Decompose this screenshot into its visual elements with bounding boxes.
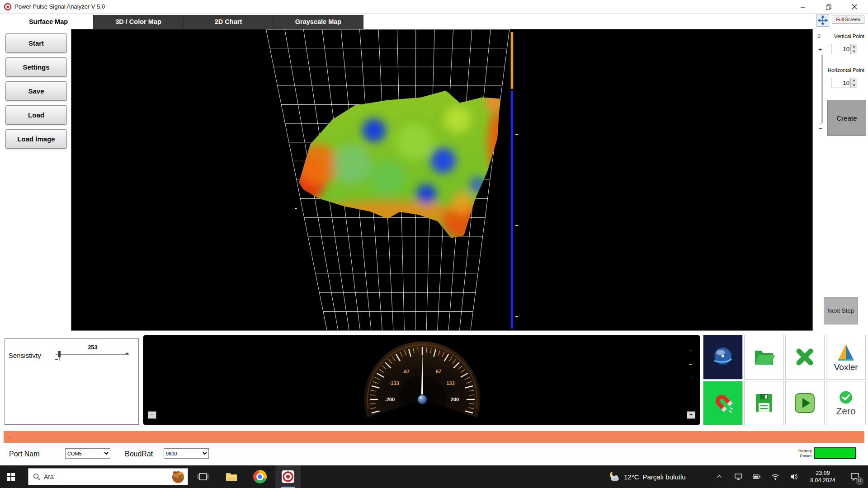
status-bar: -- [4,431,864,443]
spin-down-button[interactable] [851,83,857,88]
settings-button[interactable]: Settings [5,57,67,77]
gauge-hub [418,395,427,404]
minimize-icon [800,4,806,9]
scan-marker-top-segment [511,32,513,89]
task-view-button[interactable] [190,465,216,488]
vertical-point-label: Vertical Point [818,33,864,39]
weather-widget[interactable]: 12°C Parçalı bulutlu [605,465,689,488]
taskbar-search-box[interactable] [28,468,188,485]
scan-marker-line [511,91,513,328]
tab-3d-color-map[interactable]: 3D / Color Map [94,15,184,29]
clock-date: 8.04.2024 [806,477,840,484]
start-button-taskbar[interactable] [0,465,22,488]
chrome-button[interactable] [247,465,273,488]
file-explorer-icon [225,470,238,483]
task-view-icon [198,471,208,482]
tray-battery-button[interactable] [748,465,765,488]
battery-indicator [814,447,856,459]
folder-open-icon [751,344,777,370]
next-step-button[interactable]: Next Step [824,297,858,324]
chevron-up-icon [716,473,723,480]
voxler-tool-button[interactable]: Voxler [826,335,866,380]
panel-dash: − [689,361,692,368]
zoom-slider-track[interactable] [821,55,823,123]
tray-display-button[interactable] [730,465,747,488]
minimize-button[interactable] [790,0,816,14]
close-button[interactable] [841,0,868,14]
load-image-button[interactable]: Load İmage [5,129,67,149]
notification-center-button[interactable]: 11 [844,465,865,488]
tool-grid: Voxler [703,335,866,425]
port-select[interactable]: COM5 [65,448,110,459]
sensitivity-label: Sensistivty [9,352,41,359]
tray-expand-button[interactable] [713,465,725,488]
spin-down-button[interactable] [851,49,857,54]
sensitivity-slider-handle[interactable] [58,351,61,357]
gauge-zoom-out-button[interactable]: − [148,411,156,419]
gauge-zoom-in-button[interactable]: + [687,411,695,419]
spinner-arrows [850,78,857,88]
tray-wifi-button[interactable] [767,465,784,488]
zoom-plus-mark[interactable]: + [818,46,822,53]
port-name-label: Port Nam [9,450,40,458]
zero-label: Zero [836,406,856,417]
tray-volume-button[interactable] [785,465,802,488]
dial-tool-button[interactable] [703,335,743,380]
window-title: Power Pulse Signal Analyzer V 5.0 [14,0,105,14]
voxler-label: Voxler [834,362,858,372]
svg-text:133: 133 [446,380,454,386]
pan-button[interactable] [816,14,829,27]
grid-tick [295,208,297,209]
tab-2d-chart[interactable]: 2D Chart [184,15,274,29]
analyzer-app-icon [281,470,295,483]
analyzer-app-button[interactable] [275,465,301,488]
zero-check-icon [835,389,856,407]
notification-badge: 11 [856,477,863,485]
signal-gauge-panel: -200-133-6767133200 − − − − + [143,335,700,425]
start-button[interactable]: Start [5,33,67,53]
taskbar-clock[interactable]: 23:09 8.04.2024 [806,465,840,488]
spin-up-button[interactable] [851,44,857,49]
title-bar: Power Pulse Signal Analyzer V 5.0 [0,0,868,14]
spinner-arrows [850,44,857,54]
baud-rate-select[interactable]: 9600 [164,448,209,459]
magnet-icon [710,390,736,416]
sensitivity-minus[interactable]: − [55,356,58,363]
weather-desc: Parçalı bulutlu [643,473,686,481]
open-folder-tool-button[interactable] [744,335,784,380]
magnet-tool-button[interactable] [703,381,743,426]
app-window: Power Pulse Signal Analyzer V 5.0 Surfac… [0,0,868,488]
restore-button[interactable] [816,0,841,14]
sensitivity-slider-track[interactable] [56,354,129,355]
spin-up-button[interactable] [851,78,857,83]
close-tool-button[interactable] [785,335,825,380]
load-button[interactable]: Load [5,105,67,125]
signal-gauge: -200-133-6767133200 [363,336,481,425]
create-button[interactable]: Create [827,100,866,136]
save-button[interactable]: Save [5,81,67,101]
vertical-point-spinner [831,44,857,54]
search-input[interactable] [44,473,170,480]
search-icon [33,473,40,480]
file-explorer-button[interactable] [219,465,244,488]
weather-icon [609,471,620,483]
sensitivity-plus[interactable]: + [125,350,129,357]
sensitivity-panel: Sensistivty 253 − + [5,338,139,425]
surface-map-canvas[interactable] [71,29,813,331]
volume-icon [790,473,798,481]
restore-icon [826,4,831,10]
svg-text:67: 67 [436,369,441,374]
weather-temp: 12°C [624,473,639,481]
play-tool-button[interactable] [785,381,825,426]
tab-grayscale-map[interactable]: Grayscale Map [274,15,363,29]
horizontal-point-label: Horizontal Point [818,67,864,73]
save-tool-button[interactable] [744,381,784,426]
zoom-minus-mark[interactable]: − [819,127,822,131]
battery-label: Battery Power [789,448,812,458]
scan-tick [515,225,518,226]
full-screen-button[interactable]: Full Screen [832,15,864,24]
tab-surface-map[interactable]: Surface Map [4,15,94,29]
zero-tool-button[interactable]: Zero [826,381,866,426]
sensitivity-value: 253 [79,344,106,351]
search-highlights-icon[interactable] [170,469,186,484]
